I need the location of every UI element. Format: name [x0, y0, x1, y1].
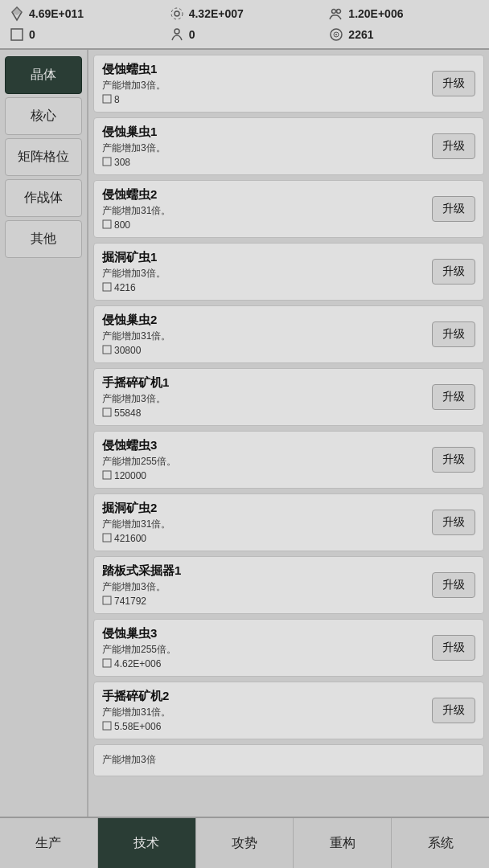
- svg-rect-14: [103, 283, 111, 291]
- people-icon: [327, 5, 345, 23]
- svg-rect-19: [103, 596, 111, 604]
- upgrade-cost: 5.58E+006: [102, 721, 425, 732]
- upgrade-button[interactable]: 升级: [432, 259, 475, 285]
- cost-icon: [102, 282, 112, 293]
- sidebar-item-other[interactable]: 其他: [5, 220, 82, 258]
- upgrade-button[interactable]: 升级: [432, 71, 475, 96]
- svg-rect-21: [103, 722, 111, 730]
- status-bar: 4.69E+011 4.32E+007 1.20E+006 0 0: [0, 0, 489, 50]
- cost-icon: [102, 658, 112, 669]
- upgrade-effect: 产能增加3倍。: [102, 580, 425, 594]
- svg-rect-17: [103, 471, 111, 479]
- cost-icon: [102, 345, 112, 356]
- people-value: 1.20E+006: [348, 7, 403, 20]
- upgrade-effect: 产能增加31倍。: [102, 518, 425, 531]
- upgrade-item: 侵蚀巢虫2 产能增加31倍。 30800 升级: [93, 305, 484, 363]
- upgrade-cost: 120000: [102, 470, 425, 481]
- upgrade-name: 踏板式采掘器1: [102, 563, 425, 579]
- upgrade-info: 侵蚀巢虫3 产能增加255倍。 4.62E+006: [102, 626, 425, 669]
- upgrade-button[interactable]: 升级: [432, 698, 475, 723]
- cost-icon: [102, 94, 112, 105]
- upgrade-name: 掘洞矿虫1: [102, 250, 425, 265]
- upgrade-button[interactable]: 升级: [432, 321, 475, 347]
- sidebar: 晶体 核心 矩阵格位 作战体 其他: [0, 50, 88, 817]
- crystal-icon: [8, 5, 26, 23]
- upgrade-info: 手摇碎矿机2 产能增加31倍。 5.58E+006: [102, 689, 425, 732]
- upgrade-cost: 30800: [102, 345, 425, 356]
- nav-btn-攻势[interactable]: 攻势: [196, 818, 294, 868]
- upgrade-item-partial: 产能增加3倍: [93, 744, 484, 776]
- svg-point-10: [335, 34, 337, 35]
- upgrade-name: 手摇碎矿机2: [102, 689, 425, 704]
- cost-icon: [102, 407, 112, 419]
- svg-rect-16: [103, 408, 111, 416]
- upgrade-info: 手摇碎矿机1 产能增加3倍。 55848: [102, 375, 425, 419]
- upgrade-info: 侵蚀蠕虫1 产能增加3倍。 8: [102, 62, 425, 105]
- upgrade-item: 手摇碎矿机1 产能增加3倍。 55848 升级: [93, 368, 484, 426]
- upgrade-cost: 8: [102, 94, 425, 105]
- target-value: 2261: [348, 28, 373, 41]
- upgrade-name: 侵蚀巢虫3: [102, 626, 425, 641]
- svg-rect-13: [103, 220, 111, 228]
- upgrade-button[interactable]: 升级: [432, 510, 475, 535]
- upgrade-effect: 产能增加255倍。: [102, 643, 425, 657]
- upgrade-name: 侵蚀蠕虫2: [102, 187, 425, 203]
- upgrade-cost: 4216: [102, 282, 425, 293]
- bottom-nav: 生产技术攻势重构系统: [0, 817, 489, 868]
- cost-icon: [102, 533, 112, 544]
- box-value: 0: [29, 28, 35, 41]
- upgrade-item: 掘洞矿虫2 产能增加31倍。 421600 升级: [93, 493, 484, 551]
- target-icon: [327, 26, 345, 43]
- upgrade-button[interactable]: 升级: [432, 133, 475, 159]
- upgrade-info: 踏板式采掘器1 产能增加3倍。 741792: [102, 563, 425, 607]
- upgrade-cost: 4.62E+006: [102, 658, 425, 669]
- gear-status: 4.32E+007: [168, 5, 322, 23]
- upgrade-info: 侵蚀蠕虫3 产能增加255倍。 120000: [102, 438, 425, 481]
- sidebar-item-core[interactable]: 核心: [5, 97, 82, 135]
- svg-point-4: [332, 10, 336, 14]
- upgrade-effect: 产能增加31倍。: [102, 706, 425, 719]
- upgrade-effect: 产能增加31倍。: [102, 204, 425, 218]
- person-status: 0: [168, 26, 322, 43]
- cost-icon: [102, 219, 112, 231]
- sidebar-item-combat[interactable]: 作战体: [5, 179, 82, 217]
- gear-icon: [168, 5, 186, 23]
- upgrade-button[interactable]: 升级: [432, 447, 475, 473]
- person-icon: [168, 26, 186, 43]
- svg-rect-20: [103, 659, 111, 667]
- upgrade-info: 掘洞矿虫2 产能增加31倍。 421600: [102, 501, 425, 544]
- upgrade-cost: 800: [102, 219, 425, 231]
- target-status: 2261: [327, 26, 481, 43]
- upgrade-effect: 产能增加3倍。: [102, 79, 425, 92]
- upgrade-button[interactable]: 升级: [432, 635, 475, 661]
- upgrade-name: 手摇碎矿机1: [102, 375, 425, 391]
- main-content: 晶体 核心 矩阵格位 作战体 其他 侵蚀蠕虫1 产能增加3倍。 8 升级 侵蚀巢…: [0, 50, 489, 817]
- upgrade-item: 侵蚀蠕虫3 产能增加255倍。 120000 升级: [93, 431, 484, 489]
- svg-point-5: [337, 10, 341, 14]
- svg-point-2: [175, 11, 179, 16]
- sidebar-item-matrix[interactable]: 矩阵格位: [5, 138, 82, 176]
- upgrade-button[interactable]: 升级: [432, 572, 475, 598]
- upgrade-item: 侵蚀蠕虫1 产能增加3倍。 8 升级: [93, 55, 484, 113]
- upgrade-item: 掘洞矿虫1 产能增加3倍。 4216 升级: [93, 243, 484, 301]
- nav-btn-重构[interactable]: 重构: [294, 818, 392, 868]
- sidebar-item-crystal[interactable]: 晶体: [5, 56, 82, 94]
- nav-btn-系统[interactable]: 系统: [392, 818, 489, 868]
- upgrade-info: 侵蚀巢虫2 产能增加31倍。 30800: [102, 313, 425, 356]
- box-icon: [8, 26, 26, 43]
- cost-icon: [102, 470, 112, 481]
- svg-point-7: [175, 29, 179, 34]
- upgrade-name: 侵蚀蠕虫1: [102, 62, 425, 77]
- cost-icon: [102, 157, 112, 168]
- crystal-value: 4.69E+011: [29, 7, 84, 20]
- upgrade-item: 侵蚀巢虫1 产能增加3倍。 308 升级: [93, 117, 484, 175]
- nav-btn-技术[interactable]: 技术: [98, 818, 196, 868]
- svg-rect-12: [103, 158, 111, 166]
- box-status: 0: [8, 26, 162, 43]
- upgrade-button[interactable]: 升级: [432, 384, 475, 410]
- cost-icon: [102, 721, 112, 732]
- upgrade-item: 侵蚀蠕虫2 产能增加31倍。 800 升级: [93, 180, 484, 238]
- nav-btn-生产[interactable]: 生产: [0, 818, 98, 868]
- upgrade-button[interactable]: 升级: [432, 196, 475, 222]
- upgrade-item: 手摇碎矿机2 产能增加31倍。 5.58E+006 升级: [93, 682, 484, 739]
